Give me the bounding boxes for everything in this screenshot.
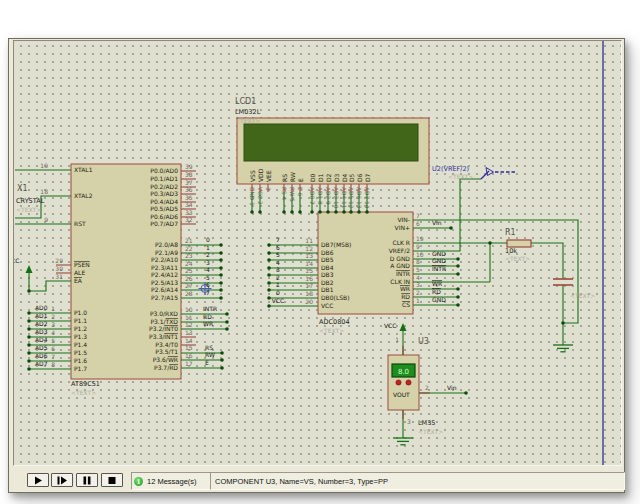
svg-text:22: 22	[185, 245, 193, 252]
svg-text:D2: D2	[325, 173, 332, 182]
adc-adc0804[interactable]: DB7(MSB)11DB612DB513DB414DB315DB216DB117…	[305, 212, 423, 314]
svg-text:16: 16	[305, 275, 313, 282]
svg-text:8.0: 8.0	[398, 368, 409, 376]
svg-text:GND: GND	[432, 257, 446, 264]
svg-text:LCD1: LCD1	[235, 97, 256, 106]
svg-text:19: 19	[416, 235, 424, 242]
svg-text:20: 20	[305, 298, 313, 305]
svg-text:P2.5/A13: P2.5/A13	[151, 279, 178, 286]
status-bar: COMPONENT U3, Name=VS, Number=3, Type=PP	[210, 472, 625, 490]
lcd-lm032l[interactable]: VSSGND 1VDDVCC 2VEE3RSRS 4RWRW 5EE 6D0AD…	[237, 118, 429, 209]
svg-text:38: 38	[185, 171, 193, 178]
svg-text:5: 5	[51, 337, 55, 344]
play-button[interactable]	[27, 473, 49, 487]
svg-text:VCC: VCC	[272, 297, 284, 304]
svg-text:RD: RD	[432, 288, 441, 295]
svg-text:VSS: VSS	[249, 170, 256, 182]
svg-text:<TEXT>: <TEXT>	[505, 255, 530, 262]
svg-text:3: 3	[276, 266, 280, 273]
svg-text:0: 0	[276, 289, 280, 296]
svg-text:VCC: VCC	[384, 322, 396, 329]
svg-text:9: 9	[416, 243, 420, 250]
svg-text:P0.0/AD0: P0.0/AD0	[150, 167, 178, 174]
svg-text:AD3: AD3	[35, 328, 48, 335]
svg-text:P2.4/A12: P2.4/A12	[151, 271, 178, 278]
svg-text:P2.1/A9: P2.1/A9	[155, 249, 178, 256]
svg-text:9: 9	[44, 216, 48, 223]
svg-text:VIN+: VIN+	[395, 224, 410, 231]
svg-text:U3: U3	[418, 337, 429, 346]
svg-text:DB2: DB2	[321, 279, 334, 286]
simulation-toolbar: i 12 Message(s) COMPONENT U3, Name=VS, N…	[9, 466, 622, 490]
resistor-r1[interactable]	[507, 240, 531, 247]
svg-text:E: E	[205, 359, 209, 366]
svg-text:P2.7/A15: P2.7/A15	[151, 294, 178, 301]
svg-text:P2.3/A11: P2.3/A11	[151, 264, 178, 271]
svg-text:RD: RD	[401, 293, 410, 300]
svg-text:39: 39	[185, 163, 193, 170]
svg-text:P3.4/T0: P3.4/T0	[155, 341, 178, 348]
capacitor[interactable]	[553, 279, 573, 285]
svg-text:35: 35	[185, 194, 193, 201]
svg-text:RS: RS	[281, 174, 288, 182]
svg-text:RW: RW	[289, 172, 296, 182]
svg-text:AD7: AD7	[35, 360, 48, 367]
svg-text:21: 21	[185, 237, 193, 244]
stop-icon	[106, 475, 118, 486]
svg-text:X1: X1	[17, 184, 28, 193]
svg-text:33: 33	[185, 209, 193, 216]
svg-text:P0.1/AD1: P0.1/AD1	[150, 175, 178, 182]
step-icon	[56, 475, 68, 486]
mcu-at89c51[interactable]: XTAL119XTAL218RST9PSEN29ALE30EA31P1.01P1…	[40, 162, 192, 379]
svg-text:P0.2/AD2: P0.2/AD2	[150, 183, 178, 190]
svg-text:P3.6/WR: P3.6/WR	[153, 356, 178, 363]
svg-text:19: 19	[40, 162, 48, 169]
svg-text:18: 18	[40, 188, 48, 195]
svg-text:P3.2/INT0: P3.2/INT0	[149, 325, 178, 332]
svg-text:P3.0/RXD: P3.0/RXD	[150, 310, 178, 317]
svg-text:AD5: AD5	[35, 344, 48, 351]
svg-text:37: 37	[185, 179, 193, 186]
svg-text:XTAL2: XTAL2	[74, 192, 93, 199]
svg-text:<TEXT>: <TEXT>	[16, 206, 41, 213]
svg-text:VOUT: VOUT	[393, 391, 410, 398]
schematic-canvas[interactable]: XTAL119XTAL218RST9PSEN29ALE30EA31P1.01P1…	[13, 40, 622, 466]
svg-text:1: 1	[276, 281, 280, 288]
svg-text:CS: CS	[402, 301, 410, 308]
svg-text:P0.3/AD3: P0.3/AD3	[150, 190, 178, 197]
svg-text:P1.0: P1.0	[74, 309, 87, 316]
svg-text:LM032L: LM032L	[235, 108, 261, 116]
svg-text:DB3: DB3	[321, 271, 334, 278]
voltage-probe-u2[interactable]	[481, 168, 517, 180]
svg-text:5: 5	[416, 266, 420, 273]
svg-text:VDD: VDD	[257, 168, 264, 182]
pause-button[interactable]	[76, 473, 98, 487]
lm35-u3[interactable]: 8.0	[388, 355, 419, 410]
svg-text:GND: GND	[432, 296, 446, 303]
svg-text:P3.7/RD: P3.7/RD	[154, 364, 178, 371]
svg-text:2: 2	[416, 289, 420, 296]
svg-text:14: 14	[305, 260, 313, 267]
svg-text:6: 6	[51, 345, 55, 352]
step-button[interactable]	[51, 473, 73, 487]
message-panel[interactable]: i 12 Message(s)	[131, 472, 211, 490]
svg-text:12: 12	[305, 245, 313, 252]
svg-text:26: 26	[185, 275, 193, 282]
svg-text:ALE: ALE	[74, 269, 85, 276]
play-icon	[32, 475, 44, 486]
svg-text:DB4: DB4	[321, 264, 334, 271]
svg-text:VCC: VCC	[321, 302, 333, 309]
svg-text:7: 7	[416, 212, 420, 219]
svg-text:DB1: DB1	[321, 286, 334, 293]
svg-text:DB5: DB5	[321, 256, 334, 263]
svg-text:2: 2	[276, 274, 280, 281]
svg-text:D7: D7	[364, 173, 371, 182]
svg-text:WR: WR	[432, 280, 442, 287]
svg-text:<TEXT>: <TEXT>	[418, 428, 443, 435]
svg-text:10k: 10k	[505, 247, 517, 255]
svg-text:INTR: INTR	[396, 270, 410, 277]
lm35-up-button	[406, 380, 411, 385]
svg-text:3: 3	[51, 321, 55, 328]
svg-text:RST: RST	[74, 220, 86, 227]
stop-button[interactable]	[101, 473, 123, 487]
